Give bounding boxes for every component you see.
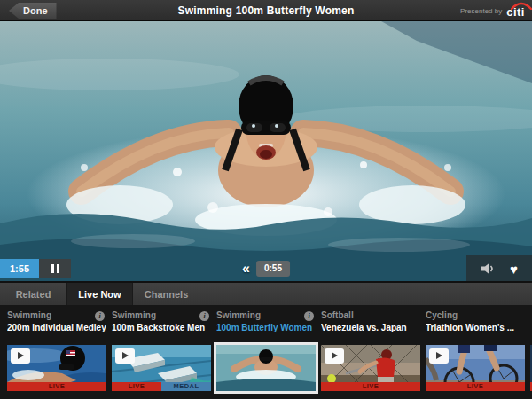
card-event-title: Triathlon Women's ... xyxy=(426,323,525,332)
tab-live-now[interactable]: Live Now xyxy=(66,283,133,307)
info-icon[interactable]: i xyxy=(95,311,105,321)
card-event-title: 200m Individual Medley Wo... xyxy=(7,323,106,332)
card-sport-label: Swimming xyxy=(216,310,316,320)
volume-icon[interactable] xyxy=(481,262,496,275)
card-head: Swimming 200m Individual Medley Wo... i xyxy=(7,305,106,344)
live-badge: LIVE xyxy=(426,382,525,391)
video-thumbnail[interactable]: LIVE xyxy=(426,345,525,391)
card-head: Swimming 100m Butterfly Women i xyxy=(216,305,316,344)
skip-back-time[interactable]: 0:55 xyxy=(256,261,290,277)
info-icon[interactable]: i xyxy=(304,311,314,321)
content-tabs: Related Live Now Channels xyxy=(0,281,532,305)
player-actions-panel: ♥ xyxy=(466,255,532,281)
badges: LIVE xyxy=(7,382,106,391)
badges: LIVE xyxy=(426,382,525,391)
badges: LIVE MEDAL xyxy=(112,382,211,391)
play-icon[interactable] xyxy=(115,348,135,364)
pause-button[interactable] xyxy=(39,259,71,278)
video-card[interactable]: Cycling Triathlon Women's ... xyxy=(426,305,525,399)
playback-controls: 1:55 « 0:55 ♥ xyxy=(0,259,532,278)
citi-arc-icon xyxy=(511,2,532,10)
video-card-selected[interactable]: Swimming 100m Butterfly Women i xyxy=(216,305,316,399)
swimmer-video-frame xyxy=(0,21,532,281)
card-sport-label: Cycling xyxy=(426,310,525,320)
live-badge: LIVE xyxy=(321,382,420,391)
video-card[interactable]: Swimming 200m Individual Medley Wo... i xyxy=(7,305,106,399)
video-stage[interactable]: 1:55 « 0:55 ♥ xyxy=(0,21,532,281)
video-card[interactable]: Softball Venezuela vs. Japan xyxy=(321,305,420,399)
live-badge: LIVE xyxy=(112,382,161,391)
card-sport-label: Swimming xyxy=(7,310,106,320)
favorite-heart-icon[interactable]: ♥ xyxy=(510,262,518,276)
video-thumbnail[interactable]: LIVE xyxy=(7,345,106,391)
done-button[interactable]: Done xyxy=(9,3,57,19)
video-thumbnail[interactable]: LIVE xyxy=(321,345,420,391)
page-title: Swimming 100m Butterfly Women xyxy=(0,4,532,17)
card-event-title: 100m Backstroke Men xyxy=(112,323,211,332)
video-thumbnail[interactable] xyxy=(216,345,316,391)
thumbnail-image-butterfly-swimmer xyxy=(216,345,316,391)
citi-logo: citi xyxy=(506,4,525,19)
play-icon[interactable] xyxy=(11,348,30,364)
elapsed-time-badge: 1:55 xyxy=(0,259,39,278)
presented-by-label: Presented by xyxy=(460,7,502,15)
card-head: Swimming 100m Backstroke Men i xyxy=(112,305,211,344)
card-event-title: Venezuela vs. Japan xyxy=(321,323,420,332)
badges: LIVE xyxy=(321,382,420,391)
video-player-app: Done Swimming 100m Butterfly Women Prese… xyxy=(0,0,532,399)
pause-icon xyxy=(51,264,54,273)
rewind-icon[interactable]: « xyxy=(242,260,250,278)
top-bar: Done Swimming 100m Butterfly Women Prese… xyxy=(0,0,532,21)
video-thumbnail[interactable]: LIVE MEDAL xyxy=(112,345,211,391)
sponsor-area: Presented by citi xyxy=(460,0,525,21)
video-card[interactable]: Swimming 100m Backstroke Men i xyxy=(112,305,211,399)
card-event-title: 100m Butterfly Women xyxy=(216,323,316,332)
tab-channels[interactable]: Channels xyxy=(133,283,200,307)
video-list-scroller[interactable]: Swimming 200m Individual Medley Wo... i xyxy=(0,305,532,399)
pause-icon xyxy=(57,264,59,273)
tab-related[interactable]: Related xyxy=(0,283,66,307)
card-head: Softball Venezuela vs. Japan xyxy=(321,305,420,344)
live-badge: LIVE xyxy=(7,382,106,391)
play-icon[interactable] xyxy=(325,348,344,364)
skip-back-group: « 0:55 xyxy=(242,260,290,278)
info-icon[interactable]: i xyxy=(200,311,209,321)
play-icon[interactable] xyxy=(429,348,449,364)
card-sport-label: Swimming xyxy=(112,310,211,320)
card-head: Cycling Triathlon Women's ... xyxy=(426,305,525,344)
medal-badge: MEDAL xyxy=(161,382,211,391)
card-sport-label: Softball xyxy=(321,310,420,320)
